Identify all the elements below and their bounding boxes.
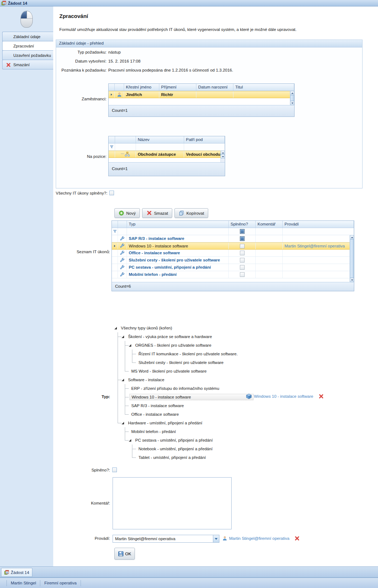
positions-filter-row[interactable]: [109, 143, 225, 151]
scroll-down-icon[interactable]: [221, 155, 225, 159]
tree-node-label[interactable]: Služební cesty - školení pro uživatele s…: [137, 360, 226, 365]
tree-node-label[interactable]: Software - instalace: [126, 377, 166, 383]
tree-expander-icon[interactable]: [129, 344, 131, 347]
tree-node-label[interactable]: Hardware - umístění, připojení a předání: [126, 420, 204, 426]
task-row[interactable]: Windows 10 - instalace softwareMartin St…: [112, 242, 354, 250]
tree-node[interactable]: Školení - výuka práce se software a hard…: [114, 332, 254, 341]
scrollbar-thumb[interactable]: [290, 95, 294, 101]
tree-node-label[interactable]: MS Word - školení pro uživatele software: [129, 368, 208, 374]
scroll-up-icon[interactable]: [290, 91, 294, 95]
task-done-checkbox[interactable]: [240, 244, 245, 249]
tree-node[interactable]: Hardware - umístění, připojení a předání: [114, 419, 254, 427]
filter-funnel-icon[interactable]: [112, 228, 118, 235]
tree-node[interactable]: PC sestava - umístění, připojení a předá…: [114, 436, 254, 445]
employees-col-first-name[interactable]: Křestní jméno: [124, 84, 159, 91]
employees-col-title[interactable]: Titul: [233, 84, 294, 91]
chevron-down-icon[interactable]: [213, 535, 219, 542]
sidebar-item-zakladni-udaje[interactable]: Základní údaje: [2, 32, 53, 41]
filter-cell[interactable]: [136, 143, 184, 150]
scrollbar-thumb[interactable]: [350, 239, 354, 278]
employees-scrollbar[interactable]: [290, 91, 294, 105]
tasks-col-done[interactable]: Splněno?: [229, 221, 256, 228]
tree-node-label[interactable]: Mobilní telefon - předání: [129, 429, 178, 434]
tree-node[interactable]: ORGNES - školení pro uživatele software: [114, 341, 254, 350]
executor-link[interactable]: Martin Stingel@firemní operativa: [229, 536, 290, 541]
tree-node[interactable]: Služební cesty - školení pro uživatele s…: [114, 358, 254, 367]
scroll-down-icon[interactable]: [350, 278, 354, 282]
filter-done-checkbox[interactable]: [229, 228, 256, 235]
tree-expander-icon[interactable]: [122, 336, 124, 338]
tree-node-label[interactable]: PC sestava - umístění, připojení a předá…: [133, 437, 214, 443]
scroll-up-icon[interactable]: [221, 151, 225, 155]
taskbar-tab[interactable]: Žádost 14: [1, 568, 32, 577]
tree-node-label[interactable]: Tablet - umístění, připojení a předání: [137, 455, 208, 460]
task-type-cell[interactable]: Office - instalace software: [127, 250, 229, 256]
tree-node-label[interactable]: Windows 10 - instalace software: [129, 394, 254, 400]
executor-combobox[interactable]: [113, 535, 219, 543]
task-row[interactable]: Office - instalace software: [112, 250, 354, 257]
tree-node-label[interactable]: Řízení IT komunikace - školení pro uživa…: [137, 351, 240, 357]
tree-node[interactable]: Mobilní telefon - předání: [114, 427, 254, 436]
tree-expander-icon[interactable]: [114, 327, 117, 329]
tree-node[interactable]: Office - instalace software: [114, 410, 254, 419]
tree-node-label[interactable]: Školení - výuka práce se software a hard…: [126, 334, 214, 339]
positions-col-parent[interactable]: Patří pod: [184, 136, 225, 143]
tree-expander-icon[interactable]: [122, 379, 124, 381]
task-row[interactable]: PC sestava - umístění, připojení a předá…: [112, 264, 354, 271]
done-checkbox[interactable]: [112, 468, 117, 472]
new-button[interactable]: Nový: [114, 208, 140, 218]
tree-node-label[interactable]: ORGNES - školení pro uživatele software: [133, 342, 213, 348]
task-type-cell[interactable]: Mobilní telefon - předání: [127, 271, 229, 278]
task-type-cell[interactable]: SAP R/3 - instalace software: [127, 235, 229, 242]
task-row[interactable]: Služební cesty - školení pro uživatele s…: [112, 257, 354, 264]
tree-expander-icon[interactable]: [122, 422, 124, 424]
employees-col-last-name[interactable]: Příjmení: [159, 84, 196, 91]
tasks-col-comment[interactable]: Komentář: [256, 221, 283, 228]
remove-type-icon[interactable]: [319, 394, 323, 398]
positions-col-name[interactable]: Název: [136, 136, 184, 143]
remove-executor-icon[interactable]: [295, 536, 299, 541]
employee-row[interactable]: Jindřich Richtr: [109, 91, 294, 98]
delete-button[interactable]: Smazat: [142, 208, 172, 218]
sidebar-item-smazani[interactable]: Smazání: [2, 60, 53, 69]
tree-node[interactable]: Tablet - umístění, připojení a předání: [114, 453, 254, 462]
sidebar-item-uzavreni-pozadavku[interactable]: Uzavření požadavku: [2, 50, 53, 60]
tree-node[interactable]: Řízení IT komunikace - školení pro uživa…: [114, 350, 254, 358]
scroll-up-icon[interactable]: [350, 235, 354, 239]
tree-node[interactable]: Notebook - umístění, připojení a předání: [114, 445, 254, 453]
task-type-cell[interactable]: PC sestava - umístění, připojení a předá…: [127, 264, 229, 271]
task-done-checkbox[interactable]: [240, 258, 245, 263]
filter-cell[interactable]: [184, 143, 225, 150]
filter-cell[interactable]: [115, 143, 136, 150]
tree-node[interactable]: Software - instalace: [114, 375, 254, 384]
selected-type-link[interactable]: Windows 10 - instalace software: [254, 394, 313, 398]
tree-node[interactable]: SAP R/3 - instalace software: [114, 401, 254, 410]
filter-cell[interactable]: [256, 228, 283, 235]
position-row[interactable]: Obchodní zástupce Vedoucí obchodu: [109, 151, 225, 158]
task-done-checkbox[interactable]: [240, 251, 245, 255]
task-type-cell[interactable]: Služební cesty - školení pro uživatele s…: [127, 257, 229, 264]
task-type-cell[interactable]: Windows 10 - instalace software: [127, 243, 229, 249]
filter-funnel-icon[interactable]: [109, 143, 115, 150]
filter-cell[interactable]: [283, 228, 354, 235]
scroll-down-icon[interactable]: [290, 101, 294, 105]
task-done-checkbox[interactable]: [240, 265, 245, 270]
positions-scrollbar[interactable]: [220, 151, 225, 162]
ok-button[interactable]: OK: [114, 548, 135, 560]
task-row[interactable]: Mobilní telefon - předání: [112, 271, 354, 278]
tree-node-label[interactable]: Všechny typy úkonů (kořen): [119, 325, 174, 331]
tree-node[interactable]: Všechny typy úkonů (kořen): [114, 324, 254, 332]
tasks-scrollbar[interactable]: [350, 235, 354, 282]
employees-col-birth-date[interactable]: Datum narození: [196, 84, 233, 91]
tasks-filter-row[interactable]: [112, 228, 354, 235]
tree-node[interactable]: MS Word - školení pro uživatele software: [114, 367, 254, 375]
comment-textarea[interactable]: [113, 477, 232, 529]
tree-node-label[interactable]: ERP - zřízení přístupu do informačního s…: [129, 386, 221, 391]
tasks-col-executor[interactable]: Provádí: [283, 221, 354, 228]
tree-node-label[interactable]: Office - instalace software: [129, 411, 181, 417]
filter-cell[interactable]: [118, 228, 127, 235]
executor-input[interactable]: [113, 535, 213, 542]
tree-node-label[interactable]: Notebook - umístění, připojení a předání: [137, 446, 214, 452]
copy-button[interactable]: Kopírovat: [174, 208, 208, 218]
tasks-col-type[interactable]: Typ: [127, 221, 229, 228]
